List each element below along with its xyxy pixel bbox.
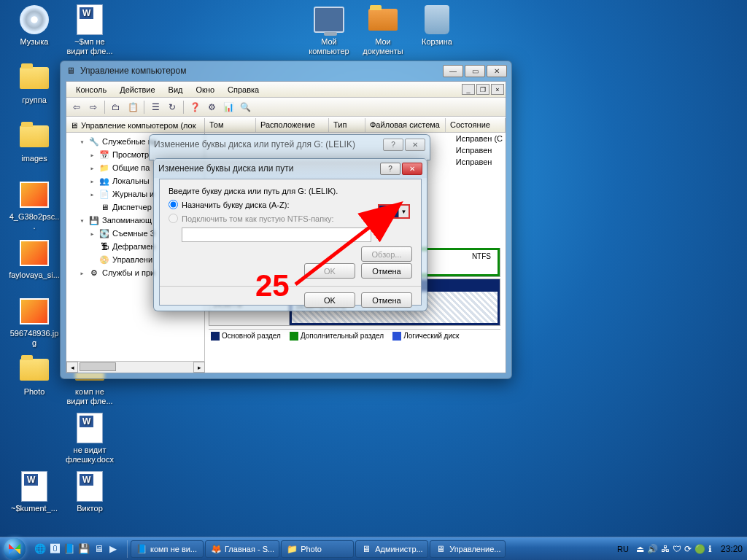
col-volume[interactable]: Том xyxy=(205,118,256,132)
desktop-icon[interactable]: Корзина xyxy=(411,4,462,47)
tray-shield-icon[interactable]: 🛡 xyxy=(673,544,681,554)
up-icon[interactable]: 🗀 xyxy=(109,100,123,114)
tree-twisty-icon[interactable]: ▾ xyxy=(78,138,86,146)
mount-folder-label: Подключить том как пустую NTFS-папку: xyxy=(182,214,334,223)
taskbar-task[interactable]: 📁Photo xyxy=(281,540,354,558)
tree-node-icon: 📅 xyxy=(98,149,110,160)
minimize-button[interactable]: — xyxy=(443,65,463,77)
tree-twisty-icon[interactable]: ▸ xyxy=(88,190,96,198)
taskbar-task[interactable]: 🦊Главная - S... xyxy=(205,540,279,558)
desktop-icon[interactable]: ~$мп не видит фле... xyxy=(64,4,115,55)
properties-icon[interactable]: 📋 xyxy=(125,100,140,114)
assign-letter-radio[interactable] xyxy=(169,200,178,209)
col-layout[interactable]: Расположение xyxy=(256,118,329,132)
dlg1-titlebar[interactable]: Изменение буквы диска или путей для G: (… xyxy=(150,135,430,154)
tray-av-icon[interactable]: 🟢 xyxy=(694,544,705,554)
taskbar-task[interactable]: 🖥Администр... xyxy=(355,540,428,558)
menu-help[interactable]: Справка xyxy=(221,83,266,96)
menu-window[interactable]: Окно xyxy=(190,83,222,96)
maximize-button[interactable]: ▭ xyxy=(465,65,485,77)
language-indicator[interactable]: RU xyxy=(614,545,632,553)
help-icon[interactable]: ❓ xyxy=(187,100,202,114)
tree-twisty-icon[interactable]: ▸ xyxy=(88,151,96,159)
dlg2-close-button[interactable]: ✕ xyxy=(402,163,422,175)
desktop-icon[interactable]: Музыка xyxy=(9,4,60,47)
desktop-icon[interactable]: не видит флешку.docx xyxy=(64,413,115,464)
back-icon[interactable]: ⇦ xyxy=(69,100,84,114)
chevron-down-icon[interactable]: ▼ xyxy=(398,206,409,217)
system-tray: ⏏ 🔊 🖧 🛡 ⟳ 🟢 ℹ xyxy=(632,544,716,554)
ql-opera-icon[interactable]: 🅾 xyxy=(48,541,61,557)
desktop-icon[interactable]: 4_G38o2psc... xyxy=(9,179,60,230)
scroll-thumb[interactable] xyxy=(80,362,116,371)
scroll-left-icon[interactable]: ◂ xyxy=(66,362,78,373)
taskbar-task[interactable]: 📘комп не ви... xyxy=(131,540,204,558)
desktop-icon[interactable]: Мои документы xyxy=(357,4,409,55)
scroll-right-icon[interactable]: ▸ xyxy=(193,362,205,373)
mdi-close[interactable]: × xyxy=(491,84,504,95)
ql-save-icon[interactable]: 💾 xyxy=(77,541,90,557)
tray-info-icon[interactable]: ℹ xyxy=(708,544,712,554)
tree-twisty-icon[interactable]: ▾ xyxy=(78,217,86,225)
search-icon[interactable]: 🔍 xyxy=(238,100,252,114)
task-app-icon: 📁 xyxy=(286,543,298,555)
mdi-minimize[interactable]: _ xyxy=(462,84,475,95)
tree-node-icon: 👥 xyxy=(98,175,110,187)
desktop-icon[interactable]: ~$kument_... xyxy=(9,471,60,513)
forward-icon[interactable]: ⇨ xyxy=(86,100,101,114)
desktop-icon[interactable]: 596748936.jpg xyxy=(9,296,60,347)
mycomp-icon xyxy=(314,4,344,35)
ok-button[interactable]: OK xyxy=(304,292,355,308)
col-type[interactable]: Тип xyxy=(329,118,365,132)
desktop-icon-label: 596748936.jpg xyxy=(9,329,60,347)
tree-twisty-icon[interactable]: ▸ xyxy=(78,269,86,277)
col-fs[interactable]: Файловая система xyxy=(365,118,446,132)
drive-letter-dropdown[interactable]: G ▼ xyxy=(378,204,410,219)
desktop-icon[interactable]: Photo xyxy=(9,354,60,397)
dlg2-help-button[interactable]: ? xyxy=(380,163,400,175)
dlg1-close-button[interactable]: ✕ xyxy=(405,139,425,151)
desktop-icon[interactable]: images xyxy=(9,121,60,163)
assign-letter-radio-row[interactable]: Назначить букву диска (A-Z): xyxy=(169,200,412,209)
desktop-icon[interactable]: Мой компьютер xyxy=(303,4,355,55)
col-status[interactable]: Состояние xyxy=(446,118,506,132)
tree-node-icon: 📀 xyxy=(98,254,110,265)
tree-node-icon: 📁 xyxy=(98,162,110,174)
list-icon[interactable]: 📊 xyxy=(221,100,236,114)
menubar: Консоль Действие Вид Окно Справка _ ❐ × xyxy=(66,82,506,98)
tree-twisty-icon[interactable]: ▸ xyxy=(88,164,96,172)
tray-network-icon[interactable]: 🖧 xyxy=(661,544,670,554)
desktop-icon[interactable]: группа xyxy=(9,63,60,105)
clock[interactable]: 23:20 xyxy=(716,544,747,554)
start-button[interactable] xyxy=(0,537,29,561)
desktop-icon[interactable]: faylovaya_si... xyxy=(9,238,60,280)
tree-twisty-icon[interactable]: ▸ xyxy=(88,177,96,185)
tray-update-icon[interactable]: ⟳ xyxy=(684,544,692,554)
tree-twisty-icon[interactable]: ▸ xyxy=(88,230,96,238)
status-values: Исправен (С Исправен Исправен xyxy=(456,133,503,168)
menu-action[interactable]: Действие xyxy=(113,83,161,96)
tree-hscrollbar[interactable]: ◂ ▸ xyxy=(66,361,205,373)
ql-chrome-icon[interactable]: 🌐 xyxy=(34,541,47,557)
refresh-icon[interactable]: ↻ xyxy=(165,100,179,114)
settings-icon[interactable]: ⚙ xyxy=(204,100,219,114)
view-icon[interactable]: ☰ xyxy=(148,100,163,114)
menu-console[interactable]: Консоль xyxy=(69,83,113,96)
task-app-icon: 🦊 xyxy=(210,543,222,555)
tray-volume-icon[interactable]: 🔊 xyxy=(647,544,658,554)
ql-player-icon[interactable]: ▶ xyxy=(107,541,120,557)
inner-cancel-button[interactable]: Отмена xyxy=(361,263,412,279)
dlg1-help-button[interactable]: ? xyxy=(383,139,403,151)
menu-view[interactable]: Вид xyxy=(162,83,190,96)
ql-desktop-icon[interactable]: 🖥 xyxy=(92,541,105,557)
taskbar-task[interactable]: 🖥Управление... xyxy=(430,540,506,558)
mdi-restore[interactable]: ❐ xyxy=(476,84,489,95)
mmc-titlebar[interactable]: 🖥 Управление компьютером — ▭ ✕ xyxy=(61,61,511,80)
tray-safely-remove-icon[interactable]: ⏏ xyxy=(636,544,644,554)
dlg2-prompt: Введите букву диска или путь для G: (LEL… xyxy=(169,187,412,195)
ql-word-icon[interactable]: 📘 xyxy=(63,541,76,557)
desktop-icon[interactable]: Виктор xyxy=(64,471,115,513)
dlg2-titlebar[interactable]: Изменение буквы диска или пути ? ✕ xyxy=(154,159,427,178)
close-button[interactable]: ✕ xyxy=(487,65,507,77)
cancel-button[interactable]: Отмена xyxy=(361,292,412,308)
